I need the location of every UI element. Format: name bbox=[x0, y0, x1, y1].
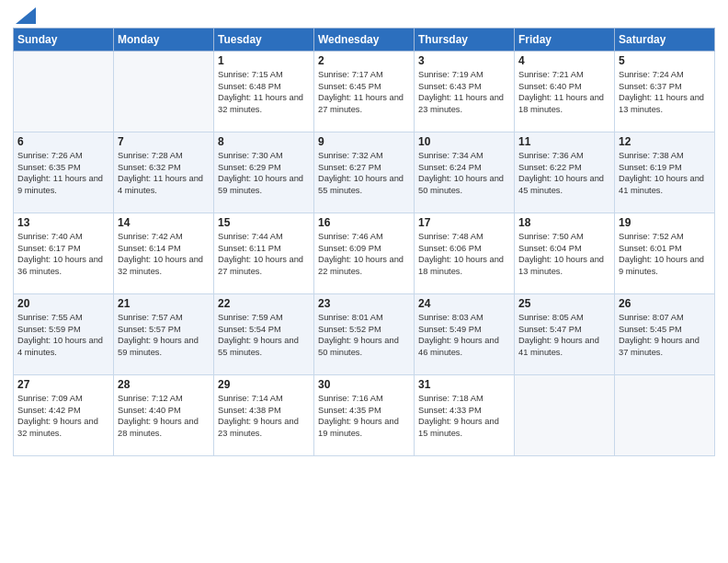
calendar-cell: 31Sunrise: 7:18 AM Sunset: 4:33 PM Dayli… bbox=[415, 375, 515, 456]
calendar-cell: 4Sunrise: 7:21 AM Sunset: 6:40 PM Daylig… bbox=[515, 52, 615, 132]
day-header-thursday: Thursday bbox=[415, 29, 515, 52]
week-row-4: 20Sunrise: 7:55 AM Sunset: 5:59 PM Dayli… bbox=[14, 294, 715, 375]
cell-info: Sunrise: 7:19 AM Sunset: 6:43 PM Dayligh… bbox=[418, 69, 510, 115]
calendar-cell: 20Sunrise: 7:55 AM Sunset: 5:59 PM Dayli… bbox=[14, 294, 114, 375]
day-number: 31 bbox=[418, 378, 510, 391]
day-number: 10 bbox=[418, 135, 510, 148]
cell-info: Sunrise: 8:05 AM Sunset: 5:47 PM Dayligh… bbox=[518, 312, 610, 358]
calendar-cell: 2Sunrise: 7:17 AM Sunset: 6:45 PM Daylig… bbox=[314, 52, 415, 132]
cell-info: Sunrise: 7:28 AM Sunset: 6:32 PM Dayligh… bbox=[118, 150, 210, 196]
cell-info: Sunrise: 8:03 AM Sunset: 5:49 PM Dayligh… bbox=[418, 312, 510, 358]
cell-info: Sunrise: 7:21 AM Sunset: 6:40 PM Dayligh… bbox=[518, 69, 610, 115]
day-number: 4 bbox=[518, 54, 610, 67]
day-number: 29 bbox=[218, 378, 310, 391]
calendar-table: SundayMondayTuesdayWednesdayThursdayFrid… bbox=[13, 28, 715, 456]
cell-info: Sunrise: 7:12 AM Sunset: 4:40 PM Dayligh… bbox=[118, 393, 210, 439]
calendar-cell: 13Sunrise: 7:40 AM Sunset: 6:17 PM Dayli… bbox=[14, 213, 114, 294]
calendar-cell: 6Sunrise: 7:26 AM Sunset: 6:35 PM Daylig… bbox=[14, 132, 114, 213]
calendar-cell: 19Sunrise: 7:52 AM Sunset: 6:01 PM Dayli… bbox=[615, 213, 715, 294]
calendar-cell: 3Sunrise: 7:19 AM Sunset: 6:43 PM Daylig… bbox=[415, 52, 515, 132]
day-number: 28 bbox=[118, 378, 210, 391]
day-number: 22 bbox=[218, 297, 310, 310]
calendar-cell: 8Sunrise: 7:30 AM Sunset: 6:29 PM Daylig… bbox=[214, 132, 314, 213]
calendar-cell: 28Sunrise: 7:12 AM Sunset: 4:40 PM Dayli… bbox=[114, 375, 214, 456]
day-number: 3 bbox=[418, 54, 510, 67]
calendar-cell: 10Sunrise: 7:34 AM Sunset: 6:24 PM Dayli… bbox=[415, 132, 515, 213]
day-number: 13 bbox=[17, 216, 109, 229]
week-row-2: 6Sunrise: 7:26 AM Sunset: 6:35 PM Daylig… bbox=[14, 132, 715, 213]
cell-info: Sunrise: 7:42 AM Sunset: 6:14 PM Dayligh… bbox=[118, 231, 210, 277]
calendar-cell: 16Sunrise: 7:46 AM Sunset: 6:09 PM Dayli… bbox=[314, 213, 415, 294]
calendar-cell: 26Sunrise: 8:07 AM Sunset: 5:45 PM Dayli… bbox=[615, 294, 715, 375]
day-header-monday: Monday bbox=[114, 29, 214, 52]
week-row-1: 1Sunrise: 7:15 AM Sunset: 6:48 PM Daylig… bbox=[14, 52, 715, 132]
day-number: 24 bbox=[418, 297, 510, 310]
day-number: 26 bbox=[619, 297, 711, 310]
cell-info: Sunrise: 7:40 AM Sunset: 6:17 PM Dayligh… bbox=[17, 231, 109, 277]
day-header-sunday: Sunday bbox=[14, 29, 114, 52]
calendar-cell: 7Sunrise: 7:28 AM Sunset: 6:32 PM Daylig… bbox=[114, 132, 214, 213]
calendar-cell: 25Sunrise: 8:05 AM Sunset: 5:47 PM Dayli… bbox=[515, 294, 615, 375]
day-header-friday: Friday bbox=[515, 29, 615, 52]
day-header-saturday: Saturday bbox=[615, 29, 715, 52]
day-number: 9 bbox=[318, 135, 410, 148]
day-header-tuesday: Tuesday bbox=[214, 29, 314, 52]
day-number: 19 bbox=[619, 216, 711, 229]
cell-info: Sunrise: 7:59 AM Sunset: 5:54 PM Dayligh… bbox=[218, 312, 310, 358]
calendar-cell: 18Sunrise: 7:50 AM Sunset: 6:04 PM Dayli… bbox=[515, 213, 615, 294]
day-number: 11 bbox=[518, 135, 610, 148]
day-number: 16 bbox=[318, 216, 410, 229]
calendar-cell: 5Sunrise: 7:24 AM Sunset: 6:37 PM Daylig… bbox=[615, 52, 715, 132]
week-row-5: 27Sunrise: 7:09 AM Sunset: 4:42 PM Dayli… bbox=[14, 375, 715, 456]
cell-info: Sunrise: 7:34 AM Sunset: 6:24 PM Dayligh… bbox=[418, 150, 510, 196]
cell-info: Sunrise: 7:14 AM Sunset: 4:38 PM Dayligh… bbox=[218, 393, 310, 439]
cell-info: Sunrise: 7:16 AM Sunset: 4:35 PM Dayligh… bbox=[318, 393, 410, 439]
calendar-cell: 1Sunrise: 7:15 AM Sunset: 6:48 PM Daylig… bbox=[214, 52, 314, 132]
calendar-cell bbox=[114, 52, 214, 132]
calendar-cell: 11Sunrise: 7:36 AM Sunset: 6:22 PM Dayli… bbox=[515, 132, 615, 213]
cell-info: Sunrise: 7:44 AM Sunset: 6:11 PM Dayligh… bbox=[218, 231, 310, 277]
cell-info: Sunrise: 7:18 AM Sunset: 4:33 PM Dayligh… bbox=[418, 393, 510, 439]
calendar-cell: 12Sunrise: 7:38 AM Sunset: 6:19 PM Dayli… bbox=[615, 132, 715, 213]
cell-info: Sunrise: 7:48 AM Sunset: 6:06 PM Dayligh… bbox=[418, 231, 510, 277]
calendar-cell: 27Sunrise: 7:09 AM Sunset: 4:42 PM Dayli… bbox=[14, 375, 114, 456]
cell-info: Sunrise: 7:26 AM Sunset: 6:35 PM Dayligh… bbox=[17, 150, 109, 196]
logo bbox=[13, 9, 36, 22]
day-number: 2 bbox=[318, 54, 410, 67]
day-number: 5 bbox=[619, 54, 711, 67]
day-number: 21 bbox=[118, 297, 210, 310]
day-number: 18 bbox=[518, 216, 610, 229]
cell-info: Sunrise: 8:01 AM Sunset: 5:52 PM Dayligh… bbox=[318, 312, 410, 358]
cell-info: Sunrise: 7:46 AM Sunset: 6:09 PM Dayligh… bbox=[318, 231, 410, 277]
svg-marker-0 bbox=[16, 7, 36, 24]
calendar-cell: 23Sunrise: 8:01 AM Sunset: 5:52 PM Dayli… bbox=[314, 294, 415, 375]
cell-info: Sunrise: 7:36 AM Sunset: 6:22 PM Dayligh… bbox=[518, 150, 610, 196]
header-row: SundayMondayTuesdayWednesdayThursdayFrid… bbox=[14, 29, 715, 52]
header bbox=[13, 9, 715, 22]
calendar-cell: 14Sunrise: 7:42 AM Sunset: 6:14 PM Dayli… bbox=[114, 213, 214, 294]
cell-info: Sunrise: 8:07 AM Sunset: 5:45 PM Dayligh… bbox=[619, 312, 711, 358]
week-row-3: 13Sunrise: 7:40 AM Sunset: 6:17 PM Dayli… bbox=[14, 213, 715, 294]
cell-info: Sunrise: 7:55 AM Sunset: 5:59 PM Dayligh… bbox=[17, 312, 109, 358]
calendar-cell: 24Sunrise: 8:03 AM Sunset: 5:49 PM Dayli… bbox=[415, 294, 515, 375]
calendar-cell: 9Sunrise: 7:32 AM Sunset: 6:27 PM Daylig… bbox=[314, 132, 415, 213]
day-header-wednesday: Wednesday bbox=[314, 29, 415, 52]
page: SundayMondayTuesdayWednesdayThursdayFrid… bbox=[0, 0, 728, 563]
day-number: 17 bbox=[418, 216, 510, 229]
calendar-cell bbox=[615, 375, 715, 456]
calendar-cell: 22Sunrise: 7:59 AM Sunset: 5:54 PM Dayli… bbox=[214, 294, 314, 375]
cell-info: Sunrise: 7:57 AM Sunset: 5:57 PM Dayligh… bbox=[118, 312, 210, 358]
cell-info: Sunrise: 7:17 AM Sunset: 6:45 PM Dayligh… bbox=[318, 69, 410, 115]
calendar-cell: 30Sunrise: 7:16 AM Sunset: 4:35 PM Dayli… bbox=[314, 375, 415, 456]
calendar-cell: 15Sunrise: 7:44 AM Sunset: 6:11 PM Dayli… bbox=[214, 213, 314, 294]
calendar-cell: 29Sunrise: 7:14 AM Sunset: 4:38 PM Dayli… bbox=[214, 375, 314, 456]
day-number: 7 bbox=[118, 135, 210, 148]
day-number: 27 bbox=[17, 378, 109, 391]
cell-info: Sunrise: 7:52 AM Sunset: 6:01 PM Dayligh… bbox=[619, 231, 711, 277]
cell-info: Sunrise: 7:50 AM Sunset: 6:04 PM Dayligh… bbox=[518, 231, 610, 277]
calendar-cell: 17Sunrise: 7:48 AM Sunset: 6:06 PM Dayli… bbox=[415, 213, 515, 294]
cell-info: Sunrise: 7:30 AM Sunset: 6:29 PM Dayligh… bbox=[218, 150, 310, 196]
day-number: 14 bbox=[118, 216, 210, 229]
cell-info: Sunrise: 7:09 AM Sunset: 4:42 PM Dayligh… bbox=[17, 393, 109, 439]
day-number: 20 bbox=[17, 297, 109, 310]
